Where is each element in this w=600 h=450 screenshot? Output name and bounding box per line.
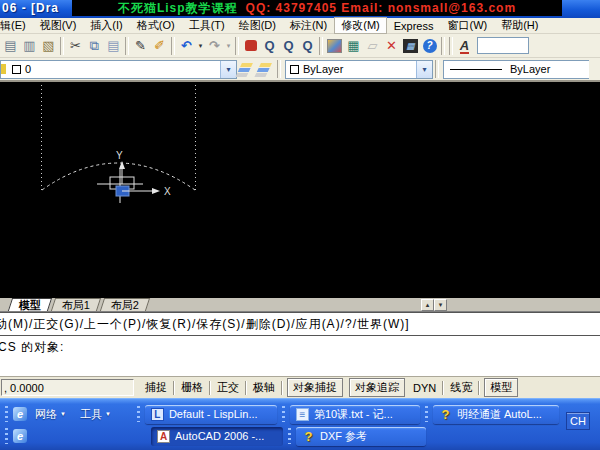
taskbar-drag-handle	[288, 428, 291, 444]
toggle-osnap[interactable]: 对象捕捉	[287, 378, 343, 397]
menu-item-help[interactable]: 帮助(H)	[494, 17, 545, 34]
help-icon[interactable]: ?	[420, 37, 439, 55]
toolbar-separator	[449, 37, 453, 55]
layer-previous-icon[interactable]	[256, 60, 275, 78]
toolbar-separator	[277, 60, 281, 78]
menu-item-edit[interactable]: 辑(E)	[0, 17, 33, 34]
toggle-otrack[interactable]: 对象追踪	[349, 378, 405, 397]
menu-item-modify[interactable]: 修改(M)	[334, 17, 387, 34]
menu-item-view[interactable]: 视图(V)	[33, 17, 84, 34]
linetype-dropdown[interactable]: ByLayer	[443, 60, 589, 79]
taskbar-drag-handle	[5, 406, 8, 422]
menu-item-insert[interactable]: 插入(I)	[83, 17, 129, 34]
taskbar: e 网络 ▼ 工具 ▼ L Default - LispLin... ≡ 第10…	[0, 398, 600, 450]
layer-properties-icon[interactable]	[237, 60, 256, 78]
properties-palette-icon[interactable]	[325, 37, 344, 55]
notepad-icon: ≡	[296, 408, 309, 421]
toolbar-separator	[235, 37, 239, 55]
window-titlebar[interactable]: 06 - [Dra 不死猫Lisp教学课程 QQ: 43797405 Email…	[0, 0, 600, 18]
taskbar-task-dxf-reference[interactable]: ? DXF 参考	[296, 427, 426, 446]
undo-icon[interactable]: ↶	[177, 37, 196, 55]
ie-icon[interactable]: e	[13, 429, 27, 443]
ie-window-icon[interactable]: e	[13, 407, 27, 421]
zoom-window-icon[interactable]: Q	[279, 37, 298, 55]
layer-value: 0	[25, 63, 31, 75]
pan-hand-glyph	[245, 40, 257, 51]
match-properties-icon[interactable]: ✎	[131, 37, 150, 55]
help-question-icon: ?	[302, 430, 315, 443]
taskbar-task-lisplink[interactable]: L Default - LispLin...	[145, 405, 277, 424]
drawing-canvas[interactable]: Y X	[0, 82, 600, 298]
toggle-lineweight[interactable]: 线宽	[445, 379, 477, 396]
color-dropdown[interactable]: ByLayer ▾	[285, 60, 433, 79]
sheetset-manager-icon[interactable]: ▱	[363, 37, 382, 55]
redo-caret-icon[interactable]: ▾	[224, 37, 233, 55]
toolbar-separator	[435, 60, 439, 78]
toolbar-separator	[319, 37, 323, 55]
color-value: ByLayer	[303, 63, 343, 75]
menu-item-dimension[interactable]: 标注(N)	[283, 17, 334, 34]
taskbar-task-notepad[interactable]: ≡ 第10课.txt - 记...	[290, 405, 420, 424]
lisplink-icon: L	[151, 408, 164, 421]
layer-color-swatch	[12, 65, 21, 74]
block-editor-icon[interactable]: ✐	[150, 37, 169, 55]
banner-contact-text: QQ: 43797405 Email: nonsmall@163.com	[246, 1, 516, 15]
pan-icon[interactable]	[241, 37, 260, 55]
help-question-icon: ?	[439, 408, 452, 421]
markup-set-manager-icon[interactable]: ✕	[382, 37, 401, 55]
taskbar-drag-handle	[137, 406, 140, 422]
coordinates-display[interactable]: , 0.0000	[1, 379, 134, 396]
menu-item-window[interactable]: 窗口(W)	[440, 17, 494, 34]
zoom-previous-icon[interactable]: Q	[298, 37, 317, 55]
tab-model[interactable]: 模型	[8, 298, 52, 311]
text-style-icon[interactable]: A	[455, 37, 474, 55]
tab-layout1[interactable]: 布局1	[51, 298, 101, 311]
plot-icon[interactable]: ▤	[1, 37, 20, 55]
toolbar-separator	[171, 37, 175, 55]
toolbar-separator	[441, 37, 445, 55]
toggle-model-space[interactable]: 模型	[484, 378, 518, 397]
command-window[interactable]: 动(M)/正交(G)/上一个(P)/恢复(R)/保存(S)/删除(D)/应用(A…	[0, 312, 600, 376]
text-style-combo[interactable]	[477, 37, 529, 54]
statusbar-separator	[209, 381, 211, 395]
quickcalc-icon[interactable]: ▦	[401, 37, 420, 55]
cut-icon[interactable]: ✂	[66, 37, 85, 55]
menu-item-express[interactable]: Express	[387, 19, 441, 33]
designcenter-icon[interactable]: ▦	[344, 37, 363, 55]
scroll-down-button[interactable]: ▾	[434, 299, 447, 311]
taskbar-task-autocad[interactable]: A AutoCAD 2006 -...	[151, 427, 283, 446]
toggle-ortho[interactable]: 正交	[212, 379, 244, 396]
redo-icon[interactable]: ↷	[205, 37, 224, 55]
zoom-realtime-icon[interactable]: Q	[260, 37, 279, 55]
layer-status-icon	[0, 64, 6, 74]
publish-icon[interactable]: ▧	[39, 37, 58, 55]
menu-item-format[interactable]: 格式(O)	[130, 17, 182, 34]
command-prompt[interactable]: CS 的对象:	[0, 336, 600, 358]
layer-dropdown-arrow[interactable]: ▾	[220, 61, 236, 78]
statusbar-separator	[245, 381, 247, 395]
toggle-dyn[interactable]: DYN	[408, 381, 441, 395]
plot-preview-icon[interactable]: ▥	[20, 37, 39, 55]
quicklaunch-tools-menu[interactable]: 工具 ▼	[80, 407, 111, 422]
quicklaunch-network-menu[interactable]: 网络 ▼	[35, 407, 66, 422]
layer-dropdown[interactable]: 0 ▾	[0, 60, 237, 79]
scroll-up-button[interactable]: ▴	[421, 299, 434, 311]
copy-icon[interactable]: ⧉	[85, 37, 104, 55]
menu-item-draw[interactable]: 绘图(D)	[232, 17, 283, 34]
tab-layout2[interactable]: 布局2	[100, 298, 150, 311]
ucs-y-label: Y	[116, 150, 123, 161]
undo-caret-icon[interactable]: ▾	[196, 37, 205, 55]
color-dropdown-arrow[interactable]: ▾	[416, 61, 432, 78]
layers-stack-glyph	[259, 63, 272, 67]
command-history: 动(M)/正交(G)/上一个(P)/恢复(R)/保存(S)/删除(D)/应用(A…	[0, 312, 600, 336]
taskbar-task-mingjing-help[interactable]: ? 明经通道 AutoL...	[433, 405, 559, 424]
command-history-line: 动(M)/正交(G)/上一个(P)/恢复(R)/保存(S)/删除(D)/应用(A…	[0, 316, 410, 333]
toggle-snap[interactable]: 捕捉	[140, 379, 172, 396]
ucs-x-label: X	[164, 186, 171, 197]
language-indicator[interactable]: CH	[566, 412, 590, 430]
menu-item-tools[interactable]: 工具(T)	[182, 17, 232, 34]
toggle-polar[interactable]: 极轴	[248, 379, 280, 396]
toggle-grid[interactable]: 栅格	[176, 379, 208, 396]
chevron-down-icon: ▼	[105, 411, 111, 417]
paste-icon[interactable]: ▤	[104, 37, 123, 55]
